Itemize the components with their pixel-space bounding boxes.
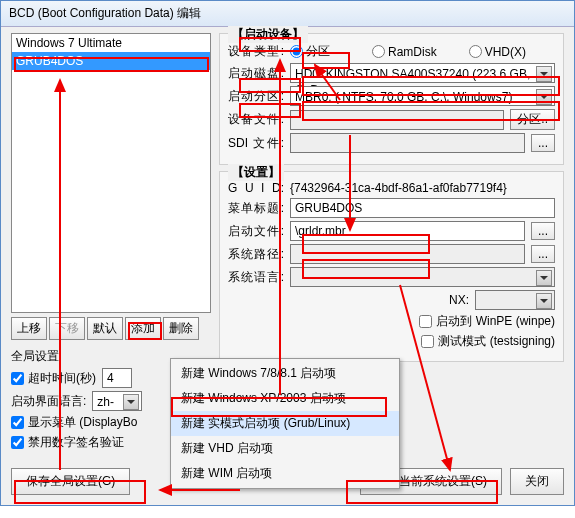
bootfile-input[interactable] — [290, 221, 525, 241]
close-button[interactable]: 关闭 — [510, 468, 564, 495]
delete-button[interactable]: 删除 — [163, 317, 199, 340]
save-global-button[interactable]: 保存全局设置(G) — [11, 468, 130, 495]
showmenu-checkbox[interactable]: 显示菜单 (DisplayBo — [11, 414, 137, 431]
sdi-label: SDI 文件: — [228, 135, 284, 152]
syslang-combo[interactable] — [290, 267, 555, 287]
sdi-browse-button[interactable]: ... — [531, 134, 555, 152]
bootfile-browse-button[interactable]: ... — [531, 222, 555, 240]
syspath-browse-button[interactable]: ... — [531, 245, 555, 263]
nointegrity-checkbox[interactable]: 禁用数字签名验证 — [11, 434, 124, 451]
boot-entry-list[interactable]: Windows 7 Ultimate GRUB4DOS — [11, 33, 211, 313]
default-button[interactable]: 默认 — [87, 317, 123, 340]
devtype-label: 设备类型: — [228, 43, 284, 60]
devfile-label: 设备文件: — [228, 111, 284, 128]
menu-item-vhd[interactable]: 新建 VHD 启动项 — [171, 436, 399, 461]
add-button[interactable]: 添加 — [125, 317, 161, 340]
uilang-label: 启动界面语言: — [11, 393, 86, 410]
devtype-ramdisk-radio[interactable]: RamDisk — [372, 45, 437, 59]
menu-item-winxp[interactable]: 新建 Windows XP/2003 启动项 — [171, 386, 399, 411]
uilang-combo[interactable]: zh- — [92, 391, 142, 411]
boot-device-title: 【启动设备】 — [228, 26, 308, 43]
menu-item-win78[interactable]: 新建 Windows 7/8/8.1 启动项 — [171, 361, 399, 386]
bootfile-label: 启动文件: — [228, 223, 284, 240]
syslang-label: 系统语言: — [228, 269, 284, 286]
boot-device-group: 【启动设备】 设备类型: 分区 RamDisk VHD(X) 启动磁盘: HD0… — [219, 33, 564, 165]
syspath-label: 系统路径: — [228, 246, 284, 263]
settings-title: 【设置】 — [228, 164, 284, 181]
titlebar: BCD (Boot Configuration Data) 编辑 — [1, 1, 574, 27]
add-menu: 新建 Windows 7/8/8.1 启动项 新建 Windows XP/200… — [170, 358, 400, 489]
sdi-input[interactable] — [290, 133, 525, 153]
disk-combo[interactable]: HD0: KINGSTON SA400S37240 (223.6 GB, C: … — [290, 63, 555, 83]
nx-combo[interactable] — [475, 290, 555, 310]
list-item[interactable]: Windows 7 Ultimate — [12, 34, 210, 52]
menutitle-input[interactable] — [290, 198, 555, 218]
timeout-input[interactable] — [102, 368, 132, 388]
menutitle-label: 菜单标题: — [228, 200, 284, 217]
list-button-row: 上移 下移 默认 添加 删除 — [11, 317, 211, 340]
list-item[interactable]: GRUB4DOS — [12, 52, 210, 70]
move-up-button[interactable]: 上移 — [11, 317, 47, 340]
part-label: 启动分区: — [228, 88, 284, 105]
menu-item-wim[interactable]: 新建 WIM 启动项 — [171, 461, 399, 486]
devtype-partition-radio[interactable]: 分区 — [290, 43, 330, 60]
boot-winpe-checkbox[interactable]: 启动到 WinPE (winpe) — [419, 313, 555, 330]
move-down-button[interactable]: 下移 — [49, 317, 85, 340]
guid-value: {7432964-31ca-4bdf-86a1-af0fab7719f4} — [290, 181, 507, 195]
devtype-vhd-radio[interactable]: VHD(X) — [469, 45, 526, 59]
partition-combo[interactable]: MBR0: ( NTFS, 70.0 GB, C:\, Windows7) — [290, 86, 555, 106]
guid-label: G U I D: — [228, 181, 284, 195]
devfile-browse-button[interactable]: 分区.. — [510, 109, 555, 130]
syspath-input[interactable] — [290, 244, 525, 264]
timeout-checkbox[interactable]: 超时时间(秒) — [11, 370, 96, 387]
nx-label: NX: — [449, 293, 469, 307]
test-mode-checkbox[interactable]: 测试模式 (testsigning) — [421, 333, 555, 350]
devfile-input[interactable] — [290, 110, 504, 130]
window-title: BCD (Boot Configuration Data) 编辑 — [9, 6, 201, 20]
menu-item-realmode[interactable]: 新建 实模式启动项 (Grub/Linux) — [171, 411, 399, 436]
disk-label: 启动磁盘: — [228, 65, 284, 82]
settings-group: 【设置】 G U I D: {7432964-31ca-4bdf-86a1-af… — [219, 171, 564, 362]
